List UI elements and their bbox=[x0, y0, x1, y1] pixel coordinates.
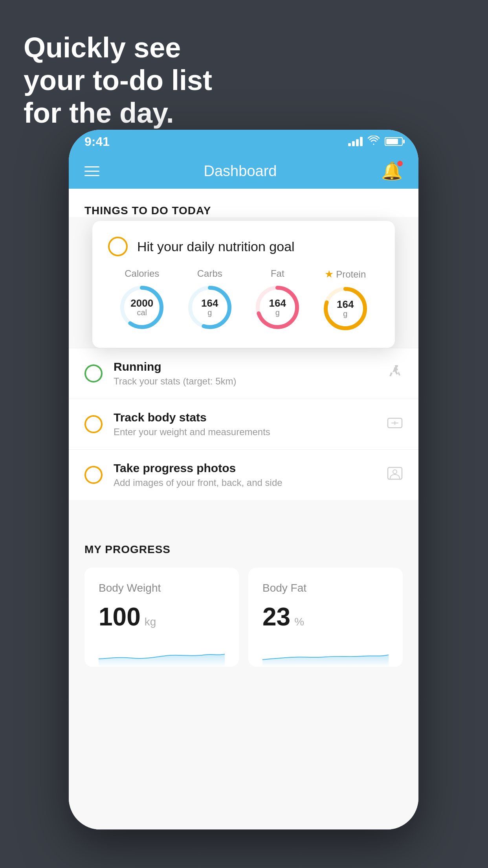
progress-section: MY PROGRESS Body Weight 100 kg bbox=[69, 524, 418, 682]
todo-subtitle-body-stats: Enter your weight and measurements bbox=[114, 427, 376, 438]
calories-value: 2000 bbox=[130, 298, 153, 308]
notifications-button[interactable]: 🔔 bbox=[381, 161, 403, 181]
calories-chart: 2000 cal bbox=[118, 284, 165, 331]
carbs-label: Carbs bbox=[197, 268, 222, 279]
todo-item-body-stats[interactable]: Track body stats Enter your weight and m… bbox=[69, 399, 418, 449]
hamburger-line bbox=[84, 166, 99, 167]
things-section-header: THINGS TO DO TODAY bbox=[84, 204, 403, 217]
calories-label: Calories bbox=[125, 268, 159, 279]
notification-badge bbox=[397, 161, 403, 166]
todo-circle-running bbox=[84, 364, 103, 383]
nutrition-card-title: Hit your daily nutrition goal bbox=[137, 239, 295, 254]
nutrition-item-protein: ★ Protein 164 g bbox=[322, 268, 369, 332]
carbs-value-inner: 164 g bbox=[201, 298, 218, 317]
phone-content: THINGS TO DO TODAY Hit your daily nutrit… bbox=[69, 189, 418, 829]
progress-cards: Body Weight 100 kg bbox=[84, 568, 403, 667]
running-icon bbox=[387, 365, 403, 382]
signal-icon bbox=[348, 137, 363, 146]
progress-section-header: MY PROGRESS bbox=[84, 543, 403, 556]
headline-line1: Quickly see bbox=[24, 31, 212, 64]
status-bar: 9:41 bbox=[69, 130, 418, 153]
headline-line2: your to-do list bbox=[24, 64, 212, 97]
protein-unit: g bbox=[337, 309, 354, 318]
fat-value-inner: 164 g bbox=[269, 298, 286, 317]
todo-circle-body-stats bbox=[84, 415, 103, 433]
svg-point-10 bbox=[393, 470, 397, 474]
status-icons bbox=[348, 135, 403, 148]
nutrition-item-fat: Fat 164 g bbox=[254, 268, 301, 331]
page-title: Dashboard bbox=[204, 163, 277, 180]
battery-icon bbox=[385, 137, 403, 146]
calories-value-inner: 2000 cal bbox=[130, 298, 153, 317]
body-weight-value-row: 100 kg bbox=[99, 602, 225, 631]
todo-item-running[interactable]: Running Track your stats (target: 5km) bbox=[69, 348, 418, 399]
protein-chart: 164 g bbox=[322, 285, 369, 332]
todo-text-running: Running Track your stats (target: 5km) bbox=[114, 360, 376, 387]
todo-item-photos[interactable]: Take progress photos Add images of your … bbox=[69, 449, 418, 500]
headline: Quickly see your to-do list for the day. bbox=[24, 31, 212, 129]
todo-title-body-stats: Track body stats bbox=[114, 411, 376, 424]
nutrition-circles: Calories 2000 cal bbox=[108, 268, 379, 332]
hamburger-line bbox=[84, 171, 99, 172]
body-fat-card[interactable]: Body Fat 23 % bbox=[248, 568, 403, 667]
body-fat-title: Body Fat bbox=[262, 582, 389, 594]
body-weight-chart bbox=[99, 643, 225, 667]
calories-unit: cal bbox=[130, 308, 153, 317]
spacer bbox=[69, 500, 418, 524]
protein-label: Protein bbox=[336, 269, 366, 280]
wifi-icon bbox=[367, 135, 380, 148]
card-title-row: Hit your daily nutrition goal bbox=[108, 237, 379, 256]
body-fat-number: 23 bbox=[262, 602, 290, 631]
todo-subtitle-photos: Add images of your front, back, and side bbox=[114, 477, 376, 488]
todo-text-photos: Take progress photos Add images of your … bbox=[114, 462, 376, 488]
body-weight-title: Body Weight bbox=[99, 582, 225, 594]
nutrition-card: Hit your daily nutrition goal Calories 2 bbox=[92, 221, 395, 348]
carbs-value: 164 bbox=[201, 298, 218, 308]
body-weight-number: 100 bbox=[99, 602, 141, 631]
todo-subtitle-running: Track your stats (target: 5km) bbox=[114, 376, 376, 387]
todo-title-running: Running bbox=[114, 360, 376, 373]
fat-unit: g bbox=[269, 308, 286, 317]
todo-text-body-stats: Track body stats Enter your weight and m… bbox=[114, 411, 376, 438]
body-weight-card[interactable]: Body Weight 100 kg bbox=[84, 568, 239, 667]
todo-list: Running Track your stats (target: 5km) T… bbox=[69, 348, 418, 500]
todo-title-photos: Take progress photos bbox=[114, 462, 376, 475]
star-icon: ★ bbox=[325, 268, 334, 280]
things-section: THINGS TO DO TODAY bbox=[69, 189, 418, 217]
nutrition-item-carbs: Carbs 164 g bbox=[186, 268, 233, 331]
nutrition-item-calories: Calories 2000 cal bbox=[118, 268, 165, 331]
hamburger-menu-button[interactable] bbox=[84, 166, 99, 176]
body-fat-chart bbox=[262, 643, 389, 667]
app-header: Dashboard 🔔 bbox=[69, 153, 418, 189]
body-weight-unit: kg bbox=[145, 616, 156, 628]
fat-value: 164 bbox=[269, 298, 286, 308]
carbs-unit: g bbox=[201, 308, 218, 317]
body-fat-value-row: 23 % bbox=[262, 602, 389, 631]
fat-label: Fat bbox=[271, 268, 284, 279]
protein-label-starred: ★ Protein bbox=[325, 268, 366, 280]
fat-chart: 164 g bbox=[254, 284, 301, 331]
body-fat-unit: % bbox=[294, 616, 304, 628]
status-time: 9:41 bbox=[84, 134, 110, 149]
scale-icon bbox=[387, 416, 403, 433]
todo-circle-photos bbox=[84, 466, 103, 484]
carbs-chart: 164 g bbox=[186, 284, 233, 331]
phone-frame: 9:41 bbox=[69, 130, 418, 829]
hamburger-line bbox=[84, 175, 99, 176]
check-circle-icon bbox=[108, 237, 128, 256]
headline-line3: for the day. bbox=[24, 97, 212, 129]
person-icon bbox=[387, 467, 403, 484]
protein-value-inner: 164 g bbox=[337, 299, 354, 318]
protein-value: 164 bbox=[337, 299, 354, 309]
